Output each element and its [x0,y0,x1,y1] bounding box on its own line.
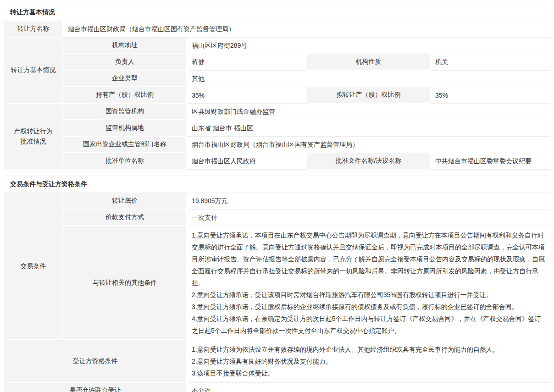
enterprise-type-label: 企业类型 [63,71,187,87]
table-row: 持有产（股）权比例 35% 拟转让产（股）权比例 35% [4,87,550,104]
state-enterprise-label: 国家出资企业或主管部门名称 [63,137,187,153]
qualification-value: 1.意向受让方须为依法设立并有效存续的境内外企业法人、其他经济组织或具有完全民事… [187,340,550,383]
held-ratio-value: 35% [187,87,307,104]
approval-doc-value: 中共烟台市福山区委常委会议纪要 [431,153,550,170]
other-condition-item: 2.意向受让方须承诺，受让该项目时需对烟台祥瑞旅游汽车有限公司35%国有股权转让… [192,289,545,301]
section-header-row: 转让方基本情况 [4,4,550,21]
table-row: 国家出资企业或主管部门名称 烟台市福山区财政局（烟台市福山区国有资产监督管理局） [4,137,550,153]
approval-doc-label: 批准文件名称/决议名称 [307,153,431,170]
section-title-conditions: 交易条件与受让方资格条件 [4,176,550,193]
transferor-name-label: 转让方名称 [4,21,63,38]
table-row: 与转让相关的其他条件 1.意向受让方须承诺，本项目在山东产权交易中心公告期即为尽… [4,226,550,340]
floor-price-value: 19.8905万元 [187,193,550,210]
table-row: 负责人 蒋健 机构性质 机关 [4,54,550,71]
state-enterprise-value: 烟台市福山区财政局（烟台市福山区国有资产监督管理局） [187,137,550,153]
section-header-row: 交易条件与受让方资格条件 [4,176,550,193]
transfer-ratio-value: 35% [431,87,550,104]
table-row: 产权转让行为 批准情况 国资监管机构 区县级财政部门或金融办监管 [4,104,550,120]
qualification-item: 2.意向受让方须具有良好的财务状况及支付能力。 [192,355,545,367]
group-label-approval-line1: 产权转让行为 [8,126,59,136]
enterprise-type-value: 其他 [187,71,550,87]
group-label-approval-line2: 批准情况 [8,136,59,146]
regulator-region-label: 监管机构属地 [63,120,187,137]
address-value: 福山区区府街289号 [187,38,550,54]
table-row: 企业类型 其他 [4,71,550,87]
floor-price-label: 转让底价 [63,193,187,210]
qualification-item: 1.意向受让方须为依法设立并有效存续的境内外企业法人、其他经济组织或具有完全民事… [192,343,545,355]
payment-method-value: 一次支付 [187,210,550,226]
table-row: 是否允许联合受让 不允许 [4,383,550,392]
principal-label: 负责人 [63,54,187,71]
approval-unit-label: 批准单位名称 [63,153,187,170]
conditions-table: 交易条件与受让方资格条件 交易条件 转让底价 19.8905万元 价款支付方式 … [4,176,550,392]
transfer-ratio-label: 拟转让产（股）权比例 [307,87,431,104]
other-condition-item: 1.意向受让方须承诺，本项目在山东产权交易中心公告期即为尽职调查期，意向受让方在… [192,229,545,289]
held-ratio-label: 持有产（股）权比例 [63,87,187,104]
org-nature-value: 机关 [431,54,550,71]
payment-method-label: 价款支付方式 [63,210,187,226]
other-condition-item: 4.意向受让方须承诺，在被确定为受让方的次日起5个工作日内与转让方签订《产权交易… [192,313,545,337]
org-nature-label: 机构性质 [307,54,431,71]
table-row: 监管机构属地 山东省 烟台市 福山区 [4,120,550,137]
section-title-transferor: 转让方基本情况 [4,4,550,21]
transferor-name-value: 烟台市福山区财政局（烟台市福山区国有资产监督管理局） [63,21,550,38]
joint-transfer-label: 是否允许联合受让 [4,383,187,392]
table-row: 交易条件 转让底价 19.8905万元 [4,193,550,210]
group-label-approval: 产权转让行为 批准情况 [4,104,63,170]
property-transfer-detail-page: 转让方基本情况 转让方名称 烟台市福山区财政局（烟台市福山区国有资产监督管理局）… [0,0,554,392]
other-condition-item: 3.意向受让方须承诺，受让股权后标的企业继续承接原有的债权债务及或有负债，履行标… [192,301,545,313]
group-label-trade-conditions: 交易条件 [4,193,63,340]
qualification-item: 3.该项目不接受联合体受让。 [192,367,545,379]
regulator-value: 区县级财政部门或金融办监管 [187,104,550,120]
other-conditions-value: 1.意向受让方须承诺，本项目在山东产权交易中心公告期即为尽职调查期，意向受让方在… [187,226,550,340]
transferor-info-table: 转让方基本情况 转让方名称 烟台市福山区财政局（烟台市福山区国有资产监督管理局）… [4,4,550,170]
approval-unit-value: 烟台市福山区人民政府 [187,153,307,170]
table-row: 批准单位名称 烟台市福山区人民政府 批准文件名称/决议名称 中共烟台市福山区委常… [4,153,550,170]
other-conditions-label: 与转让相关的其他条件 [63,226,187,340]
table-row: 受让方资格条件 1.意向受让方须为依法设立并有效存续的境内外企业法人、其他经济组… [4,340,550,383]
group-label-basic-info: 转让方基本情况 [4,38,63,104]
regulator-region-value: 山东省 烟台市 福山区 [187,120,550,137]
joint-transfer-value: 不允许 [187,383,550,392]
principal-value: 蒋健 [187,54,307,71]
table-row: 转让方名称 烟台市福山区财政局（烟台市福山区国有资产监督管理局） [4,21,550,38]
address-label: 机构地址 [63,38,187,54]
table-row: 价款支付方式 一次支付 [4,210,550,226]
qualification-label: 受让方资格条件 [4,340,187,383]
regulator-label: 国资监管机构 [63,104,187,120]
table-row: 转让方基本情况 机构地址 福山区区府街289号 [4,38,550,54]
